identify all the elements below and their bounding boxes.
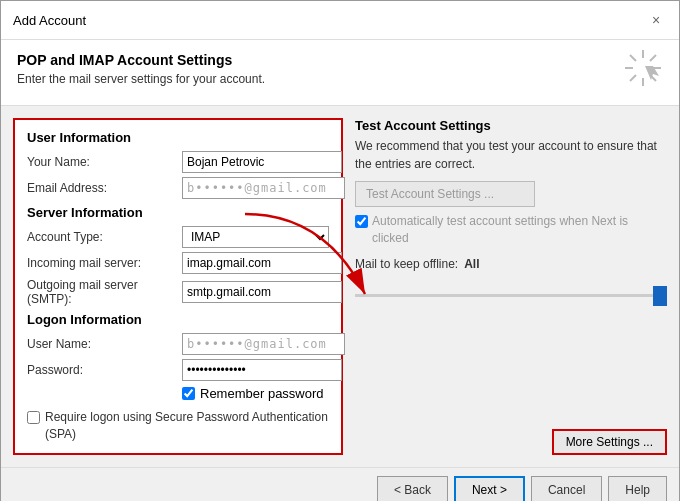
your-name-label: Your Name: [27,155,182,169]
username-row: User Name: [27,333,329,355]
password-label: Password: [27,363,182,377]
user-info-title: User Information [27,130,329,145]
right-panel: Test Account Settings We recommend that … [355,118,667,455]
auto-test-label: Automatically test account settings when… [372,213,667,247]
test-settings-title: Test Account Settings [355,118,667,133]
cancel-button[interactable]: Cancel [531,476,602,501]
slider-thumb[interactable] [653,286,667,306]
auto-test-row: Automatically test account settings when… [355,213,667,247]
remember-password-label: Remember password [200,386,324,401]
add-account-dialog: Add Account × POP and IMAP Account Setti… [0,0,680,501]
remember-password-row: Remember password [182,386,329,401]
spa-checkbox[interactable] [27,411,40,424]
title-bar: Add Account × [1,1,679,40]
remember-password-checkbox[interactable] [182,387,195,400]
next-button[interactable]: Next > [454,476,525,501]
close-button[interactable]: × [645,9,667,31]
test-settings-desc: We recommend that you test your account … [355,137,667,173]
content-area: User Information Your Name: Email Addres… [1,106,679,467]
spacer [355,324,667,369]
curved-arrow-svg [165,194,395,314]
svg-line-6 [650,55,656,61]
mail-offline-row: Mail to keep offline: All [355,257,667,271]
right-panel-inner: Test Account Settings We recommend that … [355,118,667,455]
logon-section: Logon Information User Name: Password: R… [27,312,329,401]
header-text: POP and IMAP Account Settings Enter the … [17,52,265,86]
username-input[interactable] [182,333,345,355]
spa-row: Require logon using Secure Password Auth… [27,409,329,443]
password-input[interactable] [182,359,342,381]
mail-offline-slider-container [355,273,667,318]
more-settings-button[interactable]: More Settings ... [552,429,667,455]
incoming-server-label: Incoming mail server: [27,256,182,270]
page-subtitle: Enter the mail server settings for your … [17,72,265,86]
cursor-icon [623,48,663,95]
more-settings-container: More Settings ... [355,429,667,455]
outgoing-server-label: Outgoing mail server (SMTP): [27,278,182,306]
username-label: User Name: [27,337,182,351]
password-row: Password: [27,359,329,381]
your-name-row: Your Name: [27,151,329,173]
help-button[interactable]: Help [608,476,667,501]
svg-line-7 [630,75,636,81]
header-section: POP and IMAP Account Settings Enter the … [1,40,679,106]
account-type-label: Account Type: [27,230,182,244]
footer: < Back Next > Cancel Help [1,467,679,501]
dialog-title: Add Account [13,13,86,28]
svg-line-4 [630,55,636,61]
email-label: Email Address: [27,181,182,195]
logon-title: Logon Information [27,312,329,327]
mail-offline-value: All [464,257,479,271]
spa-label: Require logon using Secure Password Auth… [45,409,329,443]
page-title: POP and IMAP Account Settings [17,52,265,68]
back-button[interactable]: < Back [377,476,448,501]
slider-track [355,294,667,297]
your-name-input[interactable] [182,151,342,173]
